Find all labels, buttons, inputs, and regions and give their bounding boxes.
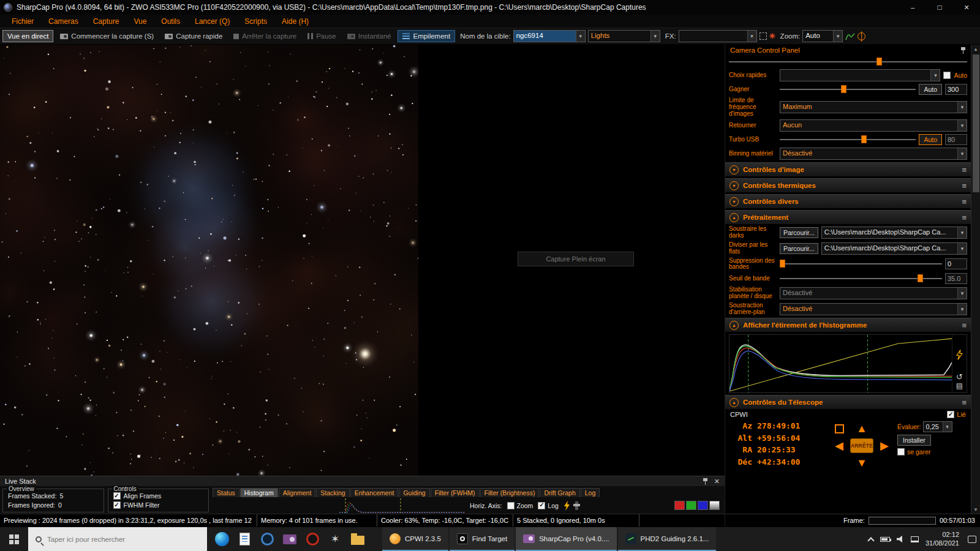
green-channel-button[interactable] [686,501,696,510]
flats-path-dropdown[interactable]: C:\Users\marcb\Desktop\SharpCap Ca... [821,242,967,255]
chevron-down-icon[interactable] [747,31,756,42]
taskbar-app-cpwi[interactable]: CPWI 2.3.5 [382,527,448,551]
section-image-controls[interactable]: Contrôles d'image [725,162,971,177]
align-frames-row[interactable]: Align Frames [113,492,205,500]
chevron-down-icon[interactable] [957,288,967,299]
minimize-button[interactable] [899,0,926,15]
chevron-down-icon[interactable] [943,422,952,432]
tab-histogram[interactable]: Histogram [240,488,278,497]
menu-capture[interactable]: Capture [86,16,126,27]
chevron-down-icon[interactable] [957,304,967,315]
capture-fullscreen-ghost-button[interactable]: Capture Plein écran [518,252,634,266]
menu-outils[interactable]: Outils [154,16,187,27]
zoom-axis-control[interactable]: Zoom [507,502,533,509]
edge-icon[interactable] [213,530,231,549]
auto-stretch-icon[interactable] [564,501,570,511]
chevron-down-icon[interactable] [930,70,940,81]
section-preprocessing[interactable]: Prétraitement [725,210,971,225]
frame-target-icon[interactable] [835,424,844,433]
histogram-icon[interactable] [845,32,855,40]
fwhm-filter-checkbox[interactable] [113,501,121,509]
tab-alignment[interactable]: Alignment [279,488,316,497]
slider-knob[interactable] [841,85,846,93]
log-checkbox[interactable] [538,502,545,509]
gain-value[interactable]: 300 [945,84,967,95]
tray-expand-icon[interactable] [867,537,874,544]
zoom-combobox[interactable]: Auto [802,30,843,42]
fx-combobox[interactable] [679,30,757,42]
network-icon[interactable] [911,536,919,542]
red-channel-button[interactable] [674,501,685,510]
document-app-icon[interactable] [235,530,254,549]
tab-status[interactable]: Status [213,488,239,497]
zoom-checkbox[interactable] [507,502,514,509]
rate-dropdown[interactable]: 0,25 [923,421,952,432]
slew-up-button[interactable] [856,423,867,434]
frame-type-combobox[interactable]: Lights [588,30,660,42]
battery-icon[interactable] [880,537,890,542]
scroll-up-icon[interactable] [971,45,980,53]
quick-capture-button[interactable]: Capture rapide [160,31,227,42]
menu-icon[interactable] [962,181,967,190]
slew-left-button[interactable] [835,440,843,451]
chevron-down-icon[interactable] [833,31,842,42]
tab-drift-graph[interactable]: Drift Graph [540,488,579,497]
quick-picks-auto-checkbox[interactable] [943,72,951,79]
menu-cameras[interactable]: Cameras [42,16,85,27]
menu-aide[interactable]: Aide (H) [275,16,315,27]
chevron-down-icon[interactable] [957,102,967,113]
red-app-icon[interactable] [303,530,322,549]
taskbar-app-find-target[interactable]: Find Target [450,527,514,551]
file-explorer-icon[interactable] [349,530,367,549]
slider-knob[interactable] [876,58,882,66]
taskbar-search[interactable] [28,527,207,551]
usb-auto-button[interactable]: Auto [919,134,942,145]
notification-center-icon[interactable] [968,536,976,543]
menu-scripts[interactable]: Scripts [238,16,274,27]
chevron-down-icon[interactable] [650,31,660,42]
quick-picks-dropdown[interactable] [780,69,940,81]
background-subtraction-dropdown[interactable]: Désactivé [780,303,967,315]
park-checkbox[interactable] [897,448,905,455]
tab-filter-brightness[interactable]: Filter (Brightness) [480,488,540,497]
flats-browse-button[interactable]: Parcourir... [780,243,818,254]
align-frames-checkbox[interactable] [113,492,121,500]
chevron-down-icon[interactable] [957,227,967,238]
star-app-icon[interactable] [326,530,344,549]
histogram-plot[interactable] [729,335,952,392]
maximize-button[interactable] [926,0,953,15]
luminance-channel-button[interactable] [709,501,720,510]
frame-rate-limit-dropdown[interactable]: Maximum [780,101,967,113]
live-stack-button[interactable]: Empilement [398,30,455,42]
log-axis-control[interactable]: Log [538,502,559,509]
slew-down-button[interactable] [856,457,867,468]
blue-channel-button[interactable] [698,501,708,510]
darks-browse-button[interactable]: Parcourir... [780,227,818,238]
section-telescope-controls[interactable]: Contrôles du Télescope [725,395,971,410]
reset-stretch-icon[interactable] [956,372,963,381]
reticle-icon[interactable] [858,32,865,40]
usb-value[interactable]: 80 [945,134,967,145]
camera-app-icon[interactable] [281,530,299,549]
search-input[interactable] [47,536,200,543]
pin-icon[interactable] [960,47,966,54]
chevron-down-icon[interactable] [957,243,967,254]
stop-capture-button[interactable]: Arrêter la capture [229,31,301,42]
banding-slider[interactable] [780,259,942,269]
clear-selection-icon[interactable]: ✳ [769,32,775,40]
linked-checkbox[interactable] [947,411,954,418]
menu-fichier[interactable]: Fichier [5,16,40,27]
park-control[interactable]: se garer [897,448,966,455]
stop-slew-button[interactable]: ARRÊTE [850,438,873,453]
section-thermal-controls[interactable]: Contrôles thermiques [725,178,971,193]
snapshot-button[interactable]: Instantané [343,31,396,42]
usb-slider[interactable] [780,135,916,144]
linked-control[interactable]: Lié [947,411,966,418]
slew-right-button[interactable] [880,440,889,451]
menu-icon[interactable] [962,321,967,330]
target-name-combobox[interactable]: ngc6914 [513,30,586,42]
ring-app-icon[interactable] [258,530,276,549]
panel-scrollbar[interactable] [971,45,980,514]
tab-filter-fwhm[interactable]: Filter (FWHM) [431,488,480,497]
menu-vue[interactable]: Vue [127,16,153,27]
